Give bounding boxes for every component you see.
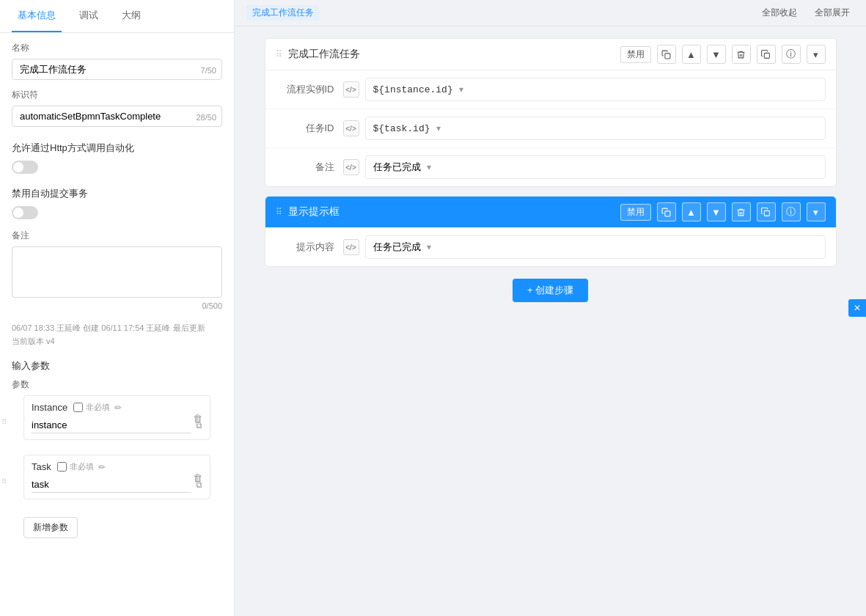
http-toggle-row: 允许通过Http方式调用自动化 (0, 136, 234, 161)
step1-disable-btn[interactable]: 禁用 (620, 46, 651, 63)
left-panel: 基本信息 调试 大纲 名称 7/50 标识符 28/50 允许通过Http方式调… (0, 0, 235, 616)
tab-debug[interactable]: 调试 (73, 0, 104, 32)
tabs-bar: 基本信息 调试 大纲 (0, 0, 234, 33)
param-instance-input[interactable] (32, 417, 191, 433)
step1-down-icon[interactable]: ▼ (707, 45, 726, 64)
name-input[interactable] (12, 59, 222, 80)
step1-copy-icon[interactable] (657, 45, 676, 64)
step1-notes-text: 任务已完成 (373, 161, 421, 174)
param-task-input-wrap: ⧉ (32, 477, 202, 493)
step1-actions: 禁用 ▲ ▼ ⓘ ▾ (620, 45, 826, 64)
identifier-label: 标识符 (12, 89, 222, 101)
param-task-input[interactable] (32, 477, 191, 493)
params-section-title: 输入参数 (0, 353, 234, 375)
param-instance-edit-icon[interactable]: ✏ (114, 403, 122, 413)
step2-delete-icon[interactable] (732, 202, 751, 221)
auto-submit-toggle-row: 禁用自动提交事务 (0, 181, 234, 206)
expand-all-button[interactable]: 全部展开 (810, 4, 854, 21)
step2-content-expand[interactable]: ▾ (427, 242, 431, 252)
step1-notes-expand[interactable]: ▾ (427, 162, 431, 172)
name-char-count: 7/50 (201, 66, 216, 75)
step2-expand-icon[interactable]: ▾ (807, 202, 826, 221)
step1-drag-handle[interactable]: ⠿ (276, 49, 282, 59)
step1-expand-icon[interactable]: ▾ (807, 45, 826, 64)
step1-taskid-expand[interactable]: ▾ (436, 123, 441, 133)
step1-title: 完成工作流任务 (288, 48, 620, 61)
task-param-container: ⠿ Task 非必填 ✏ 🗑 ⧉ (12, 455, 222, 507)
step1-taskid-label: 任务ID (276, 122, 334, 135)
notes-label: 备注 (12, 230, 222, 242)
step2-copy-icon[interactable] (657, 202, 676, 221)
step1-info-icon[interactable]: ⓘ (782, 45, 801, 64)
svg-rect-2 (665, 210, 670, 216)
param-item-task: Task 非必填 ✏ 🗑 ⧉ (23, 455, 210, 499)
task-drag-handle[interactable]: ⠿ (1, 477, 7, 485)
step1-instance-code-icon[interactable]: </> (343, 81, 359, 98)
identifier-input-wrap: 28/50 (12, 106, 222, 127)
step2-content-value: 任务已完成 ▾ (365, 235, 826, 259)
step1-notes-value: 任务已完成 ▾ (365, 155, 826, 179)
svg-rect-1 (764, 53, 769, 58)
tab-basic[interactable]: 基本信息 (12, 0, 62, 32)
param-instance-name: Instance (32, 402, 67, 413)
step2-down-icon[interactable]: ▼ (707, 202, 726, 221)
step1-notes-code-icon[interactable]: </> (343, 159, 359, 175)
add-param-button[interactable]: 新增参数 (23, 517, 78, 538)
param-task-name: Task (32, 461, 51, 472)
instance-drag-handle[interactable]: ⠿ (1, 417, 7, 425)
step1-up-icon[interactable]: ▲ (682, 45, 701, 64)
auto-submit-label: 禁用自动提交事务 (12, 187, 88, 200)
step-card-1: ⠿ 完成工作流任务 禁用 ▲ ▼ ⓘ ▾ (265, 38, 837, 187)
right-panel: 完成工作流任务 全部收起 全部展开 ⠿ 完成工作流任务 禁用 ▲ ▼ (235, 0, 866, 616)
step1-duplicate-icon[interactable] (757, 45, 776, 64)
param-instance-checkbox[interactable] (73, 403, 83, 412)
svg-rect-0 (665, 53, 670, 58)
create-step-button[interactable]: + 创建步骤 (513, 279, 588, 302)
right-toolbar: 完成工作流任务 全部收起 全部展开 (235, 0, 866, 26)
param-instance-delete-icon[interactable]: 🗑 (193, 412, 202, 423)
collapse-all-button[interactable]: 全部收起 (757, 4, 801, 21)
step1-instance-label: 流程实例ID (276, 83, 334, 96)
identifier-section: 标识符 28/50 (0, 89, 234, 136)
name-label: 名称 (12, 42, 222, 54)
http-toggle[interactable] (12, 161, 38, 174)
step1-instance-expand[interactable]: ▾ (459, 84, 463, 95)
step1-taskid-code-icon[interactable]: </> (343, 120, 359, 136)
step1-delete-icon[interactable] (732, 45, 751, 64)
identifier-char-count: 28/50 (196, 113, 216, 122)
step2-drag-handle[interactable]: ⠿ (276, 207, 282, 217)
step2-header: ⠿ 显示提示框 禁用 ▲ ▼ ⓘ ▾ (265, 197, 836, 228)
right-float-icon[interactable]: ✕ (848, 299, 866, 317)
param-task-header: Task 非必填 ✏ 🗑 (32, 461, 202, 472)
svg-rect-3 (764, 210, 769, 216)
breadcrumb: 完成工作流任务 (246, 5, 320, 21)
notes-textarea[interactable] (12, 246, 222, 298)
step2-info-icon[interactable]: ⓘ (782, 202, 801, 221)
step2-up-icon[interactable]: ▲ (682, 202, 701, 221)
tab-outline[interactable]: 大纲 (116, 0, 147, 32)
param-instance-header: Instance 非必填 ✏ 🗑 (32, 402, 202, 413)
step2-duplicate-icon[interactable] (757, 202, 776, 221)
param-task-optional: 非必填 (70, 461, 94, 472)
step2-disable-btn[interactable]: 禁用 (620, 204, 651, 221)
notes-section: 备注 (0, 227, 234, 246)
param-task-delete-icon[interactable]: 🗑 (193, 472, 202, 483)
toolbar-actions: 全部收起 全部展开 (757, 4, 854, 21)
param-task-edit-icon[interactable]: ✏ (98, 462, 106, 472)
identifier-input[interactable] (12, 106, 222, 127)
param-task-checkbox[interactable] (57, 462, 67, 472)
step2-field-content: 提示内容 </> 任务已完成 ▾ (265, 228, 836, 266)
step1-taskid-code: ${task.id} (373, 123, 430, 134)
meta-created: 06/07 18:33 王延峰 创建 06/11 17:54 王延峰 最后更新 (12, 322, 222, 335)
steps-container: ⠿ 完成工作流任务 禁用 ▲ ▼ ⓘ ▾ (235, 26, 866, 616)
step-card-2: ⠿ 显示提示框 禁用 ▲ ▼ ⓘ ▾ (265, 196, 837, 267)
meta-info: 06/07 18:33 王延峰 创建 06/11 17:54 王延峰 最后更新 … (0, 316, 234, 353)
step1-field-instance: 流程实例ID </> ${instance.id} ▾ (265, 70, 836, 109)
step1-instance-value: ${instance.id} ▾ (365, 78, 826, 101)
auto-submit-toggle[interactable] (12, 206, 38, 219)
step2-content-code-icon[interactable]: </> (343, 239, 359, 255)
step1-instance-code: ${instance.id} (373, 84, 453, 95)
add-param-wrap: 新增参数 (0, 514, 234, 541)
step1-taskid-value: ${task.id} ▾ (365, 117, 826, 140)
param-instance-optional: 非必填 (86, 402, 110, 413)
